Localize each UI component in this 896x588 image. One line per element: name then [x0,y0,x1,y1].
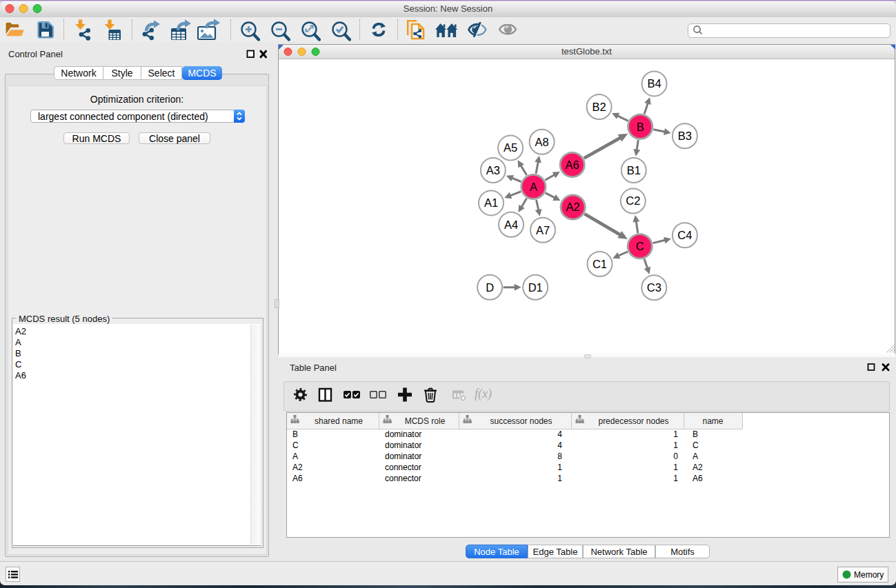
svg-text:A6: A6 [566,159,579,171]
svg-text:C3: C3 [647,281,661,294]
svg-text:B4: B4 [647,77,661,90]
svg-text:C2: C2 [626,194,640,207]
svg-text:C1: C1 [593,258,607,270]
svg-text:A1: A1 [484,196,498,209]
svg-text:B1: B1 [627,164,641,176]
svg-text:B3: B3 [678,130,692,142]
svg-text:A: A [530,181,537,193]
svg-text:A5: A5 [504,141,517,154]
svg-text:A8: A8 [535,136,549,148]
svg-text:D: D [486,281,494,294]
svg-text:B2: B2 [593,101,606,113]
svg-text:C4: C4 [677,229,692,241]
svg-text:A3: A3 [486,164,500,176]
svg-text:A7: A7 [536,224,550,236]
svg-text:B: B [637,121,644,133]
svg-text:A4: A4 [504,219,518,231]
svg-text:A2: A2 [566,201,580,213]
svg-text:C: C [636,240,644,252]
svg-text:D1: D1 [528,281,543,294]
